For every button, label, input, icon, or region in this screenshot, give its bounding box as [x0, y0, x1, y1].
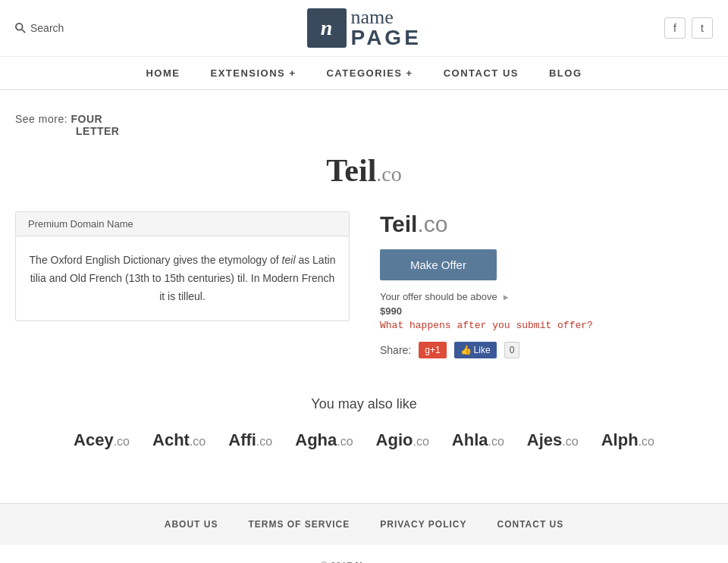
- domain-item-ahla[interactable]: Ahla.co: [452, 430, 504, 450]
- logo[interactable]: n name PAGE: [307, 8, 422, 48]
- fb-like-label: Like: [474, 345, 491, 355]
- search-button[interactable]: Search: [15, 22, 64, 34]
- share-label: Share:: [380, 344, 411, 356]
- social-icons: f t: [664, 17, 713, 39]
- facebook-icon[interactable]: f: [664, 17, 686, 39]
- footer-terms[interactable]: TERMS OF SERVICE: [248, 519, 350, 530]
- search-icon: [15, 23, 26, 33]
- svg-point-0: [16, 23, 23, 30]
- right-box: Teil.co Make Offer Your offer should be …: [380, 211, 713, 358]
- facebook-like-button[interactable]: 👍 Like: [454, 342, 497, 358]
- footer-privacy[interactable]: PRIVACY POLICY: [380, 519, 466, 530]
- make-offer-button[interactable]: Make Offer: [380, 249, 497, 280]
- domain-item-alph[interactable]: Alph.co: [601, 430, 654, 450]
- see-more-link2[interactable]: LETTER: [76, 125, 119, 137]
- nav: HOME EXTENSIONS + CATEGORIES + CONTACT U…: [0, 57, 728, 90]
- domain-item-agio[interactable]: Agio.co: [376, 430, 429, 450]
- domain-item-affi[interactable]: Affi.co: [228, 430, 272, 450]
- also-like-section: You may also like Acey.co Acht.co Affi.c…: [15, 396, 713, 450]
- nav-extensions[interactable]: EXTENSIONS +: [210, 67, 296, 79]
- thumbs-up-icon: 👍: [460, 345, 472, 355]
- logo-icon-box: n: [307, 8, 347, 48]
- offer-note: Your offer should be above ►: [380, 291, 713, 302]
- logo-page: PAGE: [351, 27, 422, 48]
- offer-price: $990: [380, 305, 713, 317]
- domain-ext-big: .co: [376, 162, 401, 186]
- main-content: See more: FOUR LETTER Teil.co Premium Do…: [0, 90, 728, 473]
- offer-arrow: ►: [502, 292, 510, 302]
- nav-contact[interactable]: CONTACT US: [444, 67, 519, 79]
- nav-home[interactable]: HOME: [146, 67, 180, 79]
- right-domain-name: Teil.co: [380, 211, 713, 237]
- premium-box: Premium Domain Name The Oxford English D…: [15, 211, 350, 321]
- domain-title-large: Teil.co: [15, 152, 713, 189]
- see-more-link1[interactable]: FOUR: [71, 113, 102, 125]
- footer-copyright: © 2017 Namepage.: [0, 545, 728, 563]
- premium-box-body: The Oxford English Dictionary gives the …: [16, 236, 349, 321]
- share-row: Share: g+1 👍 Like 0: [380, 342, 713, 358]
- see-more: See more: FOUR LETTER: [15, 113, 713, 137]
- twitter-icon[interactable]: t: [692, 17, 713, 39]
- offer-link[interactable]: What happens after you submit offer?: [380, 320, 713, 331]
- logo-text: name PAGE: [351, 8, 422, 48]
- copyright-year: © 2017: [320, 560, 352, 563]
- search-label: Search: [30, 22, 64, 34]
- domain-list: Acey.co Acht.co Affi.co Agha.co Agio.co …: [15, 430, 713, 450]
- content-row: Premium Domain Name The Oxford English D…: [15, 211, 713, 358]
- footer-brand-link[interactable]: Namepage.: [355, 560, 407, 563]
- logo-icon-char: n: [321, 16, 333, 40]
- domain-item-ajes[interactable]: Ajes.co: [527, 430, 579, 450]
- svg-line-1: [22, 30, 25, 33]
- footer-about-us[interactable]: ABOUT US: [165, 519, 218, 530]
- domain-item-acey[interactable]: Acey.co: [74, 430, 130, 450]
- domain-item-acht[interactable]: Acht.co: [152, 430, 206, 450]
- gplus-button[interactable]: g+1: [419, 342, 446, 358]
- also-like-title: You may also like: [15, 396, 713, 412]
- offer-note-prefix: Your offer should be above: [380, 291, 497, 302]
- nav-categories[interactable]: CATEGORIES +: [326, 67, 413, 79]
- footer-links: ABOUT US TERMS OF SERVICE PRIVACY POLICY…: [0, 503, 728, 545]
- header: Search n name PAGE f t: [0, 0, 728, 57]
- premium-box-header: Premium Domain Name: [16, 212, 349, 236]
- like-count: 0: [504, 342, 520, 358]
- domain-item-agha[interactable]: Agha.co: [295, 430, 353, 450]
- footer-contact[interactable]: CONTACT US: [497, 519, 563, 530]
- logo-name: name: [351, 8, 422, 27]
- see-more-prefix: See more:: [15, 113, 67, 125]
- domain-name-big: Teil: [326, 153, 376, 188]
- nav-blog[interactable]: BLOG: [549, 67, 582, 79]
